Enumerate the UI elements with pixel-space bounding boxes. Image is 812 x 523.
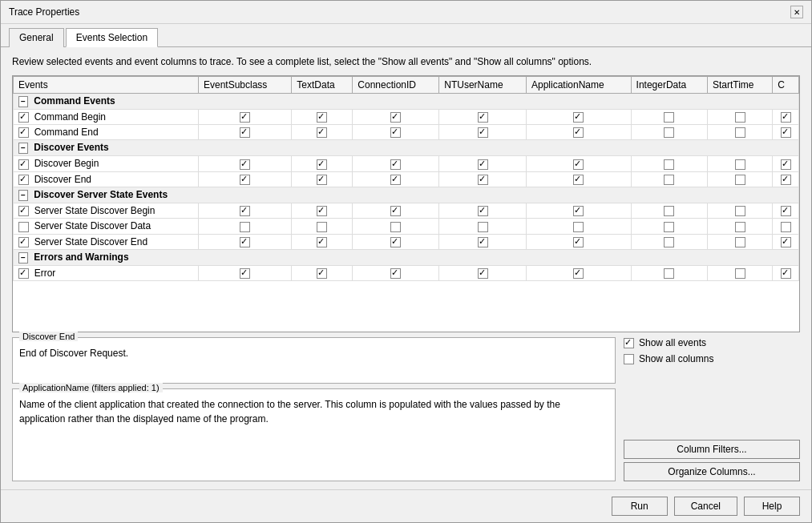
expand-discover-server-state[interactable]: − xyxy=(18,190,28,201)
cb-error-integerdata[interactable] xyxy=(664,268,674,279)
cb-discover-end-applicationname[interactable] xyxy=(573,175,584,185)
cb-ss-discover-data-connectionid[interactable] xyxy=(390,222,401,232)
row-check-command-end[interactable] xyxy=(18,127,29,138)
close-button[interactable]: ✕ xyxy=(790,6,803,18)
cb-discover-end-eventsubclass[interactable] xyxy=(240,175,250,185)
expand-command-events[interactable]: − xyxy=(18,96,28,107)
cb-ss-discover-begin-ntusername[interactable] xyxy=(478,206,488,216)
cb-error-connectionid[interactable] xyxy=(390,268,401,279)
cb-command-begin-ntusername[interactable] xyxy=(478,112,488,123)
cb-discover-begin-textdata[interactable] xyxy=(317,159,327,170)
content-area: Review selected events and event columns… xyxy=(1,47,811,489)
cb-ss-discover-data-textdata[interactable] xyxy=(317,222,327,232)
cb-discover-end-starttime[interactable] xyxy=(735,175,745,185)
cb-ss-discover-end-integerdata[interactable] xyxy=(664,237,674,247)
cb-ss-discover-end-ntusername[interactable] xyxy=(478,237,488,247)
cb-ss-discover-end-applicationname[interactable] xyxy=(573,237,584,247)
cb-error-eventsubclass[interactable] xyxy=(240,268,250,279)
cb-error-applicationname[interactable] xyxy=(573,268,584,279)
row-check-ss-discover-data[interactable] xyxy=(18,222,29,232)
cb-command-end-applicationname[interactable] xyxy=(573,127,584,138)
cb-command-begin-applicationname[interactable] xyxy=(573,112,584,123)
group-label-discover-events: Discover Events xyxy=(34,142,108,153)
cb-command-end-starttime[interactable] xyxy=(735,127,745,138)
cb-command-begin-c[interactable] xyxy=(781,112,791,123)
cb-discover-end-c[interactable] xyxy=(781,175,791,185)
cb-discover-end-connectionid[interactable] xyxy=(390,175,401,185)
cb-ss-discover-begin-c[interactable] xyxy=(781,206,791,216)
column-filters-button[interactable]: Column Filters... xyxy=(624,440,800,459)
cb-ss-discover-begin-textdata[interactable] xyxy=(317,206,327,216)
cb-ss-discover-data-starttime[interactable] xyxy=(735,222,745,232)
group-errors-warnings: − Errors and Warnings xyxy=(14,250,799,266)
cb-discover-end-textdata[interactable] xyxy=(317,175,327,185)
cb-discover-end-integerdata[interactable] xyxy=(664,175,674,185)
cb-command-begin-starttime[interactable] xyxy=(735,112,745,123)
event-name: Server State Discover Begin xyxy=(14,203,199,219)
cb-command-begin-integerdata[interactable] xyxy=(664,112,674,123)
cancel-button[interactable]: Cancel xyxy=(674,497,737,516)
cb-discover-begin-applicationname[interactable] xyxy=(573,159,584,170)
run-button[interactable]: Run xyxy=(612,497,668,516)
cb-command-end-c[interactable] xyxy=(781,127,791,138)
cb-discover-begin-starttime[interactable] xyxy=(735,159,745,170)
cb-ss-discover-end-textdata[interactable] xyxy=(317,237,327,247)
row-check-discover-begin[interactable] xyxy=(18,159,29,170)
cb-ss-discover-end-eventsubclass[interactable] xyxy=(240,237,250,247)
col-header-textdata: TextData xyxy=(292,76,353,93)
cb-discover-begin-ntusername[interactable] xyxy=(478,159,488,170)
cb-ss-discover-end-connectionid[interactable] xyxy=(390,237,401,247)
expand-errors-warnings[interactable]: − xyxy=(18,252,28,264)
table-row: Discover Begin xyxy=(14,156,799,171)
cb-command-end-integerdata[interactable] xyxy=(664,127,674,138)
row-check-discover-end[interactable] xyxy=(18,175,29,185)
cb-ss-discover-end-starttime[interactable] xyxy=(735,237,745,247)
cb-command-end-eventsubclass[interactable] xyxy=(240,127,250,138)
cb-ss-discover-begin-connectionid[interactable] xyxy=(390,206,401,216)
cb-command-begin-connectionid[interactable] xyxy=(390,112,401,123)
cb-command-end-textdata[interactable] xyxy=(317,127,327,138)
cb-command-end-connectionid[interactable] xyxy=(390,127,401,138)
row-check-ss-discover-begin[interactable] xyxy=(18,206,29,216)
cb-command-end-ntusername[interactable] xyxy=(478,127,488,138)
cb-ss-discover-data-integerdata[interactable] xyxy=(664,222,674,232)
show-all-events-checkbox[interactable] xyxy=(624,338,634,348)
show-all-events-row: Show all events xyxy=(624,337,800,348)
cb-error-textdata[interactable] xyxy=(317,268,327,279)
cb-discover-begin-c[interactable] xyxy=(781,159,791,170)
cb-error-c[interactable] xyxy=(781,268,791,279)
cb-ss-discover-data-ntusername[interactable] xyxy=(478,222,488,232)
expand-discover-events[interactable]: − xyxy=(18,143,28,154)
cb-ss-discover-data-applicationname[interactable] xyxy=(573,222,584,232)
table-row: Discover End xyxy=(14,171,799,187)
col-header-starttime: StartTime xyxy=(707,76,772,93)
cb-error-starttime[interactable] xyxy=(735,268,745,279)
cb-ss-discover-begin-eventsubclass[interactable] xyxy=(240,206,250,216)
cb-ss-discover-data-c[interactable] xyxy=(781,222,791,232)
cb-error-ntusername[interactable] xyxy=(478,268,488,279)
tab-general[interactable]: General xyxy=(9,28,64,47)
organize-columns-button[interactable]: Organize Columns... xyxy=(624,462,800,481)
cb-ss-discover-begin-starttime[interactable] xyxy=(735,206,745,216)
cb-ss-discover-data-eventsubclass[interactable] xyxy=(240,222,250,232)
tab-events-selection[interactable]: Events Selection xyxy=(66,28,158,47)
row-check-error[interactable] xyxy=(18,268,29,279)
event-name: Discover End xyxy=(14,171,199,187)
cb-command-begin-textdata[interactable] xyxy=(317,112,327,123)
help-button[interactable]: Help xyxy=(744,497,800,516)
cb-discover-end-ntusername[interactable] xyxy=(478,175,488,185)
cb-ss-discover-end-c[interactable] xyxy=(781,237,791,247)
show-all-columns-checkbox[interactable] xyxy=(624,354,634,364)
cb-command-begin-eventsubclass[interactable] xyxy=(240,112,250,123)
cb-discover-begin-integerdata[interactable] xyxy=(664,159,674,170)
cb-ss-discover-begin-integerdata[interactable] xyxy=(664,206,674,216)
cb-discover-begin-eventsubclass[interactable] xyxy=(240,159,250,170)
cb-discover-begin-connectionid[interactable] xyxy=(390,159,401,170)
group-discover-server-state-events: − Discover Server State Events xyxy=(14,187,799,203)
row-check-command-begin[interactable] xyxy=(18,112,29,123)
cb-ss-discover-begin-applicationname[interactable] xyxy=(573,206,584,216)
row-check-ss-discover-end[interactable] xyxy=(18,237,29,247)
group-label-errors-warnings: Errors and Warnings xyxy=(34,251,128,263)
events-table-container[interactable]: Events EventSubclass TextData Connection… xyxy=(12,75,800,332)
application-name-box: ApplicationName (filters applied: 1) Nam… xyxy=(12,388,616,481)
